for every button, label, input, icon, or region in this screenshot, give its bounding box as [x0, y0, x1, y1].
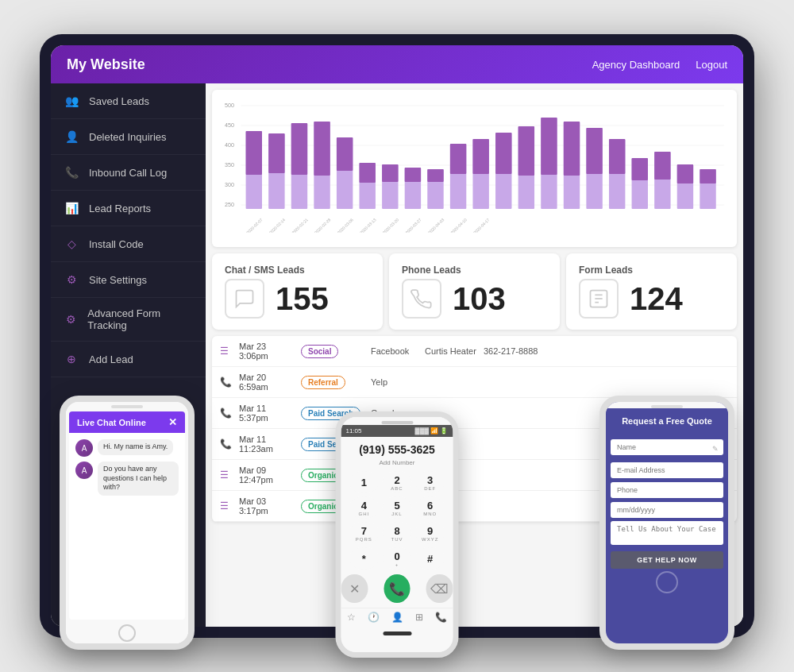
source-1: Facebook [371, 346, 418, 356]
recents-icon[interactable]: 🕐 [368, 612, 380, 623]
sidebar-item-deleted-inquiries[interactable]: 👤 Deleted Inquiries [51, 119, 206, 155]
chat-close-button[interactable]: ✕ [168, 416, 177, 428]
sidebar-label-deleted-inquiries: Deleted Inquiries [89, 131, 167, 143]
sidebar-label-site-settings: Site Settings [89, 274, 147, 286]
chat-message-2: A Do you have any questions I can help w… [75, 462, 179, 496]
phone-leads-label: Phone Leads [402, 265, 547, 276]
avatar-1: A [75, 439, 93, 457]
date-1: Mar 233:06pm [239, 342, 295, 361]
sidebar-item-advanced-form-tracking[interactable]: ⚙ Advanced Form Tracking [51, 298, 206, 342]
form-submit-button[interactable]: GET HELP NOW [611, 551, 723, 569]
svg-text:2020-03-27: 2020-03-27 [404, 217, 422, 233]
backspace-button[interactable]: ⌫ [426, 574, 453, 603]
svg-rect-43 [586, 128, 602, 174]
form-leads-icon [579, 279, 619, 319]
svg-rect-39 [541, 118, 557, 175]
svg-text:400: 400 [225, 142, 234, 148]
svg-rect-37 [518, 126, 534, 176]
svg-text:2020-04-17: 2020-04-17 [472, 217, 491, 233]
right-phone-form: Request a Free Quote ✎ GET HELP NOW [599, 396, 734, 650]
sidebar-item-add-lead[interactable]: ⊕ Add Lead [51, 342, 206, 377]
dial-key-hash[interactable]: # [415, 547, 445, 570]
sidebar-label-add-lead: Add Lead [89, 353, 133, 365]
form-phone-input[interactable] [611, 482, 723, 498]
form-date-input[interactable] [611, 502, 723, 518]
svg-text:450: 450 [225, 122, 234, 128]
form-email-input[interactable] [611, 462, 723, 478]
dial-key-0[interactable]: 0+ [382, 547, 412, 570]
svg-rect-31 [450, 144, 466, 174]
svg-rect-25 [382, 164, 398, 182]
tablet-frame: My Website Agency Dashboard Logout 👥 Sav… [40, 34, 754, 638]
row-icon-1: ☰ [220, 346, 233, 357]
sidebar-label-saved-leads: Saved Leads [89, 95, 149, 107]
avatar-2: A [75, 462, 93, 479]
phone-leads-icon [402, 279, 441, 319]
add-lead-icon: ⊕ [64, 351, 79, 367]
dial-key-7[interactable]: 7PQRS [349, 522, 380, 544]
dial-key-star[interactable]: * [349, 547, 380, 570]
chat-sms-value: 155 [276, 281, 329, 317]
chat-sms-body: 155 [225, 279, 370, 319]
svg-text:300: 300 [225, 182, 234, 187]
inbound-call-icon: 📞 [64, 164, 79, 180]
sidebar-item-saved-leads[interactable]: 👥 Saved Leads [51, 83, 206, 119]
mute-button[interactable]: ✕ [341, 574, 368, 603]
left-phone-chat: Live Chat Online ✕ A Hi. My name is Amy.… [60, 396, 195, 650]
logout-link[interactable]: Logout [696, 59, 727, 71]
chat-bubble-1: Hi. My name is Amy. [98, 439, 173, 455]
sidebar-label-lead-reports: Lead Reports [89, 203, 151, 214]
table-row[interactable]: 📞 Mar 206:59am Referral Yelp [212, 367, 737, 398]
dial-key-8[interactable]: 8TUV [382, 522, 412, 544]
form-leads-label: Form Leads [579, 265, 724, 276]
keypad-icon[interactable]: ⊞ [415, 612, 423, 623]
svg-rect-17 [291, 123, 307, 175]
app-header: My Website Agency Dashboard Logout [51, 45, 743, 83]
sidebar-item-site-settings[interactable]: ⚙ Site Settings [51, 262, 206, 298]
contacts-icon[interactable]: 👤 [391, 612, 403, 623]
favorites-icon[interactable]: ☆ [347, 612, 356, 623]
svg-rect-51 [677, 164, 693, 183]
table-row[interactable]: ☰ Mar 233:06pm Social Facebook Curtis He… [212, 336, 737, 367]
form-message-input[interactable] [611, 521, 723, 545]
dial-key-9[interactable]: 9WXYZ [415, 522, 445, 544]
voicemail-icon[interactable]: 📞 [435, 612, 447, 623]
dial-key-1[interactable]: 1 [349, 471, 380, 493]
dialpad-status-bar: 11:05▓▓▓ 📶 🔋 [341, 425, 453, 437]
saved-leads-icon: 👥 [64, 93, 79, 109]
badge-2: Referral [301, 376, 364, 389]
agency-dashboard-link[interactable]: Agency Dashboard [592, 59, 680, 71]
dial-key-5[interactable]: 5JKL [382, 496, 412, 519]
sidebar-label-inbound-call-log: Inbound Call Log [89, 167, 167, 179]
date-2: Mar 206:59am [239, 373, 295, 392]
sidebar-item-inbound-call-log[interactable]: 📞 Inbound Call Log [51, 155, 206, 191]
svg-rect-49 [654, 152, 670, 180]
stats-row: Chat / SMS Leads 155 Phone Leads [212, 253, 737, 330]
call-button[interactable]: 📞 [384, 574, 410, 603]
date-6: Mar 033:17pm [239, 496, 295, 516]
phone-leads-body: 103 [402, 279, 547, 319]
svg-rect-33 [472, 139, 488, 174]
chat-sms-label: Chat / SMS Leads [225, 265, 370, 276]
row-icon-3: 📞 [220, 407, 233, 419]
dial-key-2[interactable]: 2ABC [382, 471, 412, 493]
deleted-inquiries-icon: 👤 [64, 129, 79, 145]
dial-key-3[interactable]: 3DEF [415, 471, 445, 493]
svg-rect-27 [405, 168, 421, 182]
dial-key-6[interactable]: 6MNO [415, 496, 445, 519]
svg-text:2020-02-14: 2020-02-14 [268, 217, 287, 233]
svg-text:2020-03-20: 2020-03-20 [382, 217, 400, 233]
dial-key-4[interactable]: 4GHI [349, 496, 380, 519]
lead-reports-icon: 📊 [64, 200, 79, 216]
svg-text:2020-04-10: 2020-04-10 [449, 217, 468, 233]
svg-rect-23 [360, 163, 376, 183]
badge-1: Social [301, 345, 364, 358]
date-3: Mar 115:37pm [239, 404, 295, 423]
form-name-input[interactable] [611, 439, 723, 455]
date-4: Mar 1111:23am [239, 434, 295, 454]
row-icon-5: ☰ [220, 469, 233, 481]
phone-bottom-bar: ☆ 🕐 👤 ⊞ 📞 [341, 608, 453, 626]
svg-rect-35 [495, 133, 511, 174]
sidebar-item-install-code[interactable]: ◇ Install Code [51, 226, 206, 262]
sidebar-item-lead-reports[interactable]: 📊 Lead Reports [51, 191, 206, 226]
